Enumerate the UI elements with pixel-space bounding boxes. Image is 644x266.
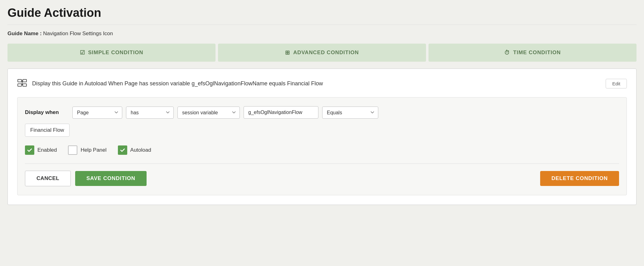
- autoload-label: Autoload: [130, 147, 151, 153]
- checkbox-help-panel[interactable]: Help Panel: [68, 145, 106, 155]
- page-title: Guide Activation: [7, 6, 637, 25]
- actions-left: CANCEL SAVE CONDITION: [25, 171, 147, 186]
- delete-condition-button[interactable]: DELETE CONDITION: [540, 171, 619, 186]
- session-variable-select[interactable]: session variable cookie custom variable: [177, 107, 240, 119]
- tab-advanced-label: ADVANCED CONDITION: [293, 50, 359, 56]
- advanced-condition-icon: ⊞: [285, 49, 290, 56]
- svg-rect-0: [18, 79, 22, 82]
- guide-name-label: Guide Name :: [7, 31, 42, 36]
- financial-flow-value: Financial Flow: [25, 124, 70, 137]
- content-area: Display this Guide in Autoload When Page…: [7, 69, 637, 205]
- condition-summary-icon: [17, 78, 27, 90]
- edit-button[interactable]: Edit: [606, 79, 627, 88]
- tab-simple[interactable]: ☑ SIMPLE CONDITION: [7, 44, 215, 62]
- svg-rect-2: [18, 84, 22, 86]
- help-panel-label: Help Panel: [80, 147, 106, 153]
- checkbox-autoload[interactable]: Autoload: [118, 145, 151, 155]
- time-condition-icon: ⏱: [504, 50, 510, 56]
- condition-summary-text: Display this Guide in Autoload When Page…: [32, 80, 601, 87]
- main-container: Guide Activation Guide Name : Navigation…: [0, 0, 644, 266]
- condition-form: Display when Page URL Element has does n…: [17, 97, 627, 195]
- simple-condition-icon: ☑: [80, 49, 85, 56]
- page-select[interactable]: Page URL Element: [72, 107, 122, 119]
- svg-rect-1: [23, 79, 27, 82]
- guide-name-row: Guide Name : Navigation Flow Settings Ic…: [7, 31, 637, 37]
- guide-name-value: Navigation Flow Settings Icon: [43, 31, 113, 36]
- condition-summary: Display this Guide in Autoload When Page…: [17, 78, 627, 90]
- checkbox-enabled[interactable]: Enabled: [25, 145, 57, 155]
- tab-time[interactable]: ⏱ TIME CONDITION: [429, 44, 637, 62]
- help-panel-checkbox[interactable]: [68, 145, 77, 155]
- tab-advanced[interactable]: ⊞ ADVANCED CONDITION: [218, 44, 426, 62]
- display-when-row: Display when Page URL Element has does n…: [25, 106, 619, 119]
- display-when-label: Display when: [25, 109, 69, 116]
- has-select[interactable]: has does not have: [126, 107, 174, 119]
- session-var-input[interactable]: [244, 106, 318, 119]
- equals-select[interactable]: Equals Not Equals Contains Does Not Cont…: [322, 107, 378, 119]
- divider: [25, 164, 619, 164]
- actions-row: CANCEL SAVE CONDITION DELETE CONDITION: [25, 171, 619, 186]
- checkboxes-row: Enabled Help Panel Autoload: [25, 145, 619, 155]
- svg-rect-3: [23, 84, 27, 86]
- tab-simple-label: SIMPLE CONDITION: [88, 50, 143, 56]
- condition-tabs: ☑ SIMPLE CONDITION ⊞ ADVANCED CONDITION …: [7, 44, 637, 62]
- save-condition-button[interactable]: SAVE CONDITION: [75, 171, 147, 186]
- enabled-label: Enabled: [37, 147, 57, 153]
- enabled-checkbox[interactable]: [25, 145, 34, 155]
- cancel-button[interactable]: CANCEL: [25, 171, 71, 186]
- tab-time-label: TIME CONDITION: [513, 50, 561, 56]
- autoload-checkbox[interactable]: [118, 145, 127, 155]
